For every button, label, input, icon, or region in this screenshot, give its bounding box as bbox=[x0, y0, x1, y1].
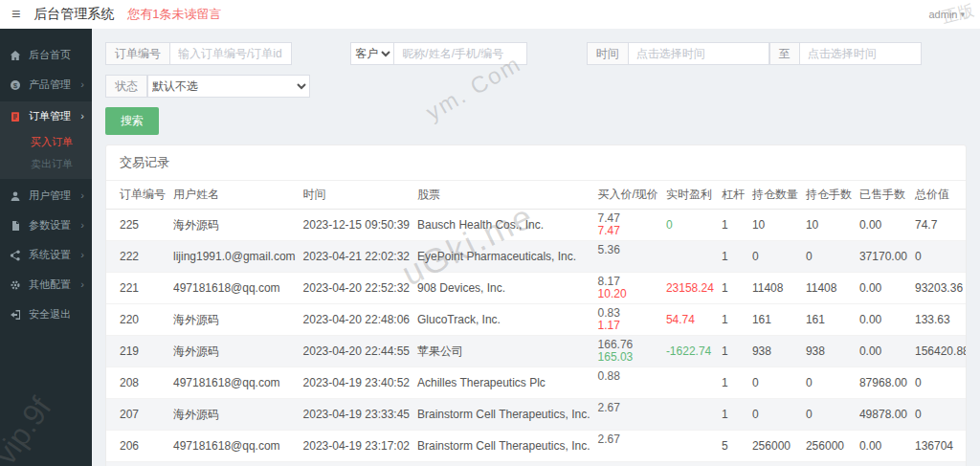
table-title: 交易记录 bbox=[106, 145, 966, 181]
cell-price: 2.67 bbox=[594, 399, 662, 431]
sidebar-item-label: 参数设置 bbox=[29, 218, 71, 233]
cell-qty: 11408 bbox=[748, 273, 802, 304]
cell-stock: Bausch Health Cos., Inc. bbox=[413, 210, 594, 241]
cell-stock: Brainstorm Cell Therapeutics, Inc. bbox=[413, 462, 594, 466]
gear-icon bbox=[10, 279, 21, 291]
cell-lots: 0 bbox=[802, 367, 856, 399]
sidebar: 后台首页$产品管理›订单管理›买入订单卖出订单用户管理›参数设置›系统设置›其他… bbox=[0, 29, 92, 466]
cell-order-no: 221 bbox=[106, 273, 169, 304]
exit-icon bbox=[10, 309, 23, 321]
sidebar-item-label: 其他配置 bbox=[29, 277, 71, 292]
cell-sold: 0.00 bbox=[856, 304, 911, 336]
sidebar-item-user[interactable]: 用户管理› bbox=[0, 181, 92, 211]
cell-sold: 49878.00 bbox=[856, 399, 911, 431]
cell-stock: Brainstorm Cell Therapeutics, Inc. bbox=[413, 399, 594, 431]
customer-input[interactable] bbox=[393, 42, 527, 65]
trade-records-table: 订单编号用户姓名时间股票买入价/现价实时盈利杠杆持仓数量持仓手数已售手数总价值手… bbox=[106, 181, 967, 466]
sidebar-item-params[interactable]: 参数设置› bbox=[0, 211, 92, 240]
cell-price: 166.76165.03 bbox=[594, 336, 662, 367]
cell-qty: 0 bbox=[748, 399, 802, 431]
svg-text:$: $ bbox=[13, 80, 18, 89]
cell-profit bbox=[662, 367, 718, 399]
sidebar-item-exit[interactable]: 安全退出 bbox=[0, 300, 92, 329]
product-icon: $ bbox=[10, 79, 21, 91]
sidebar-item-other[interactable]: 其他配置› bbox=[0, 270, 92, 300]
sidebar-item-order[interactable]: 订单管理› bbox=[0, 101, 92, 131]
status-select[interactable]: 默认不选 bbox=[147, 75, 310, 98]
cell-lever: 1 bbox=[718, 304, 748, 336]
cell-profit: -1622.74 bbox=[662, 336, 718, 367]
cell-order-no: 207 bbox=[106, 399, 169, 431]
sidebar-item-home[interactable]: 后台首页 bbox=[0, 40, 92, 70]
sidebar-item-product[interactable]: $产品管理› bbox=[0, 70, 92, 100]
user-menu[interactable]: admin ▾ bbox=[929, 9, 966, 20]
cell-user: 海外源码 bbox=[169, 399, 300, 431]
cell-user: 497181618@qq.com bbox=[169, 273, 300, 304]
cell-price: 7.477.47 bbox=[594, 210, 662, 241]
system-icon bbox=[10, 250, 23, 261]
status-label: 状态 bbox=[105, 75, 147, 98]
cell-order-no: 204 bbox=[106, 462, 169, 466]
table-row: 225海外源码2023-12-15 09:50:39Bausch Health … bbox=[106, 210, 967, 241]
sidebar-group-order: 订单管理›买入订单卖出订单 bbox=[0, 101, 92, 179]
cell-total: 0 bbox=[911, 241, 967, 273]
cell-order-no: 225 bbox=[106, 210, 169, 241]
sidebar-subitem-0[interactable]: 买入订单 bbox=[0, 131, 92, 153]
sidebar-item-label: 后台首页 bbox=[29, 48, 71, 62]
sidebar-item-label: 订单管理 bbox=[29, 109, 71, 123]
chevron-right-icon: › bbox=[80, 79, 84, 90]
chevron-right-icon: › bbox=[80, 279, 84, 290]
table-row: 208497181618@qq.com2023-04-19 23:40:52Ac… bbox=[106, 367, 967, 399]
cell-sold: 0.00 bbox=[856, 336, 911, 367]
table-row: 220海外源码2023-04-20 22:48:06GlucoTrack, In… bbox=[106, 304, 967, 336]
sidebar-item-label: 系统设置 bbox=[29, 248, 71, 262]
params-icon bbox=[10, 220, 23, 232]
cell-sold: 0.00 bbox=[856, 431, 911, 462]
home-icon bbox=[10, 50, 21, 61]
cell-total: 0 bbox=[911, 367, 967, 399]
share-nodes-icon bbox=[10, 250, 21, 261]
cell-lever: 1 bbox=[718, 367, 748, 399]
table-row: 207海外源码2023-04-19 23:33:45Brainstorm Cel… bbox=[106, 399, 967, 431]
filter-row-3: 搜索 bbox=[105, 107, 967, 135]
cell-lots: 0 bbox=[802, 462, 856, 466]
cell-user: 497181618@qq.com bbox=[169, 462, 300, 466]
search-button[interactable]: 搜索 bbox=[105, 107, 159, 135]
document-icon bbox=[10, 220, 21, 232]
column-header-lever: 杠杆 bbox=[718, 181, 748, 210]
cell-profit bbox=[662, 462, 718, 466]
cell-order-no: 208 bbox=[106, 367, 169, 399]
cell-user: 497181618@qq.com bbox=[169, 367, 300, 399]
sidebar-item-system[interactable]: 系统设置› bbox=[0, 240, 92, 270]
cell-stock: 908 Devices, Inc. bbox=[413, 273, 594, 304]
cell-stock: Achilles Therapeutics Plc bbox=[413, 367, 594, 399]
cell-profit: 54.74 bbox=[662, 304, 718, 336]
order-icon bbox=[10, 111, 21, 122]
order-no-input[interactable] bbox=[169, 42, 292, 65]
sidebar-item-label: 用户管理 bbox=[29, 189, 71, 203]
menu-toggle-icon[interactable]: ≡ bbox=[11, 7, 20, 22]
sidebar-subitem-1[interactable]: 卖出订单 bbox=[0, 153, 92, 175]
filter-row-1: 订单编号 客户 时间至 bbox=[105, 42, 967, 65]
cell-sold: 0.00 bbox=[856, 210, 911, 241]
cell-lever: 5 bbox=[718, 431, 748, 462]
cell-qty: 10 bbox=[748, 210, 802, 241]
column-header-profit: 实时盈利 bbox=[662, 181, 718, 210]
column-header-order-no: 订单编号 bbox=[106, 181, 169, 210]
main-content: 订单编号 客户 时间至 状态默认不选 搜索 交易记录 订单编号用户姓名时间股票买… bbox=[92, 29, 980, 466]
cell-total: 93203.36 bbox=[911, 273, 967, 304]
unread-message-link[interactable]: 您有1条未读留言 bbox=[127, 6, 221, 23]
cell-price: 0.831.17 bbox=[594, 304, 662, 336]
cell-stock: 苹果公司 bbox=[413, 336, 594, 367]
customer-type-select[interactable]: 客户 bbox=[350, 42, 394, 65]
sidebar-item-label: 产品管理 bbox=[29, 78, 71, 92]
cell-sold: 87968.00 bbox=[856, 367, 911, 399]
cell-lots: 0 bbox=[802, 241, 856, 273]
time-start-input[interactable] bbox=[628, 42, 769, 65]
cell-price: 5.36 bbox=[594, 241, 662, 273]
table-row: 219海外源码2023-04-20 22:44:55苹果公司166.76165.… bbox=[106, 336, 967, 367]
time-end-input[interactable] bbox=[799, 42, 922, 65]
user-icon bbox=[10, 190, 21, 202]
cell-lots: 256000 bbox=[802, 431, 856, 462]
column-header-lots: 持仓手数 bbox=[802, 181, 856, 210]
